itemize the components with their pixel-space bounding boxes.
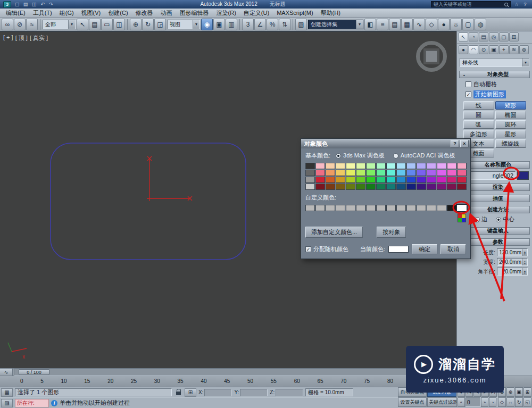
reference-coordinate-dropdown[interactable]: 视图 ▾ <box>167 20 200 29</box>
use-pivot-point-center-icon[interactable]: ◉ <box>201 19 213 30</box>
select-and-move-icon[interactable]: ⊕ <box>130 19 142 30</box>
curve-editor-icon[interactable]: ∿ <box>413 19 425 30</box>
maxscript-mini-listener[interactable]: 所在行: <box>15 399 49 407</box>
color-swatch[interactable] <box>346 163 355 169</box>
color-swatch[interactable] <box>336 184 345 190</box>
custom-color-swatch[interactable] <box>386 205 396 211</box>
color-swatch[interactable] <box>447 184 456 190</box>
color-swatch[interactable] <box>356 170 365 176</box>
color-swatch[interactable] <box>376 170 386 176</box>
color-swatch[interactable] <box>305 163 315 169</box>
color-swatch[interactable] <box>376 163 386 169</box>
custom-color-swatch[interactable] <box>457 205 467 211</box>
menu-item[interactable]: MAXScript(M) <box>273 9 317 16</box>
custom-color-swatch[interactable] <box>366 205 376 211</box>
menu-item[interactable]: 自定义(U) <box>240 9 273 18</box>
color-swatch[interactable] <box>417 184 426 190</box>
dialog-title-bar[interactable]: 对象颜色 ? × <box>301 139 470 148</box>
object-type-button[interactable]: 圆环 <box>495 120 526 129</box>
color-swatch[interactable] <box>366 184 376 190</box>
spinner-arrows[interactable]: ▴▾ <box>522 249 527 256</box>
tab-hierarchy[interactable]: ▤ <box>479 32 488 41</box>
viewcube[interactable] <box>416 41 447 72</box>
select-and-scale-icon[interactable]: ◲ <box>154 19 166 30</box>
color-swatch[interactable] <box>406 184 416 190</box>
custom-color-swatch[interactable] <box>417 205 426 211</box>
menu-item[interactable]: 视图(V) <box>78 9 105 18</box>
open-file-icon[interactable]: ▤ <box>22 1 29 7</box>
category-lights[interactable]: ⊙ <box>479 45 488 54</box>
select-by-name-icon[interactable]: ▤ <box>89 19 101 30</box>
layer-manager-icon[interactable]: ▤ <box>389 19 401 30</box>
palette-radio[interactable]: 3ds Max 调色板 <box>336 152 385 160</box>
menu-item[interactable]: 创建(C) <box>104 9 131 18</box>
grid-icon[interactable]: ▦ <box>1 388 13 397</box>
object-type-button[interactable]: 线 <box>463 101 494 110</box>
previous-key-icon[interactable]: « <box>458 397 465 407</box>
category-geometry[interactable]: ● <box>459 45 468 54</box>
color-swatch[interactable] <box>396 163 406 169</box>
color-swatch[interactable] <box>386 163 396 169</box>
script-icon[interactable]: ▨ <box>1 399 13 407</box>
assign-random-colors-checkbox[interactable]: 分配随机颜色 <box>305 245 348 253</box>
color-swatch[interactable] <box>346 177 355 183</box>
spinner-arrows[interactable]: ▴▾ <box>522 268 527 275</box>
category-systems[interactable]: ⊚ <box>519 45 529 54</box>
custom-color-swatch[interactable] <box>447 205 456 211</box>
object-type-button[interactable]: 螺旋线 <box>495 139 526 148</box>
color-swatch[interactable] <box>336 163 345 169</box>
zoom-extents-all-icon[interactable]: ⊞ <box>523 387 531 397</box>
set-key-button[interactable]: 设置关键点 <box>398 397 427 407</box>
color-swatch[interactable] <box>315 163 325 169</box>
schematic-view-icon[interactable]: ◇ <box>426 19 437 30</box>
object-type-button[interactable]: 圆 <box>463 111 494 119</box>
custom-color-swatch[interactable] <box>396 205 406 211</box>
select-object-icon[interactable]: ↖ <box>77 19 88 30</box>
rollout-object-type[interactable]: - 对象类型 <box>459 71 530 78</box>
color-swatch[interactable] <box>315 177 325 183</box>
bind-to-space-warp-icon[interactable]: ≈ <box>26 19 38 30</box>
color-swatch[interactable] <box>427 184 436 190</box>
chevron-down-icon[interactable]: ▾ <box>68 20 75 29</box>
color-swatch[interactable] <box>336 177 345 183</box>
tab-modify[interactable]: ◔ <box>469 32 478 41</box>
viewport-menu-general[interactable]: [ + ] <box>3 34 13 42</box>
spinner-snap-icon[interactable]: ⇅ <box>279 19 290 30</box>
dialog-close-button[interactable]: × <box>460 140 469 147</box>
parameter-input[interactable]: 20.0mm ▴▾ <box>497 268 528 276</box>
parameter-input[interactable]: 120.0mm ▴▾ <box>497 248 528 256</box>
color-swatch[interactable] <box>417 177 426 183</box>
rectangle-spline[interactable] <box>51 143 246 260</box>
field-of-view-icon[interactable]: ◇ <box>498 397 506 407</box>
infocenter-search-input[interactable]: 键入关键字或短语 <box>431 1 511 7</box>
color-swatch[interactable] <box>457 163 467 169</box>
custom-color-swatch[interactable] <box>326 205 335 211</box>
align-icon[interactable]: ≡ <box>377 19 388 30</box>
color-swatch[interactable] <box>447 170 456 176</box>
next-key-icon[interactable]: » <box>481 397 488 407</box>
select-and-manipulate-icon[interactable]: ▣ <box>213 19 225 30</box>
add-custom-colors-button[interactable]: 添加自定义颜色... <box>305 227 363 238</box>
maximize-viewport-icon[interactable]: ◱ <box>523 397 531 407</box>
new-scene-icon[interactable]: ▢ <box>13 1 21 7</box>
current-frame-field[interactable]: 0 <box>466 397 480 407</box>
creation-method-radio[interactable]: 中心 <box>496 215 514 223</box>
color-swatch[interactable] <box>376 184 386 190</box>
color-swatch[interactable] <box>406 177 416 183</box>
chevron-down-icon[interactable]: ▾ <box>356 20 363 29</box>
infocenter-help-icon[interactable]: ? <box>521 1 529 7</box>
color-swatch[interactable] <box>417 170 426 176</box>
color-swatch[interactable] <box>305 170 315 176</box>
color-swatch[interactable] <box>305 177 315 183</box>
color-swatch[interactable] <box>356 184 365 190</box>
dialog-help-button[interactable]: ? <box>451 140 459 147</box>
start-new-shape-checkbox[interactable]: 开始新图形 <box>466 90 532 98</box>
color-swatch[interactable] <box>457 177 467 183</box>
graphite-ribbon-icon[interactable]: ▦ <box>401 19 413 30</box>
rectangular-selection-region-icon[interactable]: ▭ <box>101 19 113 30</box>
menu-item[interactable]: 工具(T) <box>29 9 56 18</box>
named-selection-sets-dropdown[interactable]: 创建选择集 ▾ <box>308 20 363 29</box>
color-swatch[interactable] <box>427 163 436 169</box>
key-filters-button[interactable]: 关键点过滤器... <box>427 397 457 407</box>
object-type-button[interactable]: 多边形 <box>463 130 494 138</box>
